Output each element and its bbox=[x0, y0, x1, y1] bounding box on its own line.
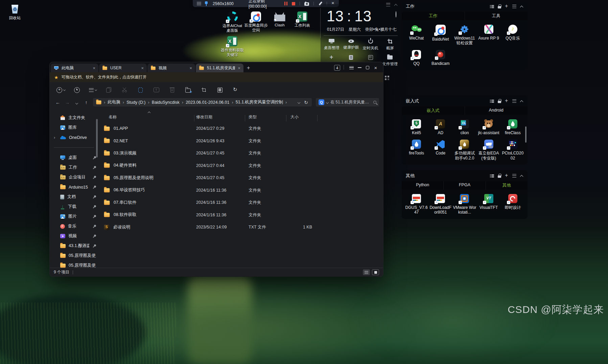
tab-close-icon[interactable]: × bbox=[189, 66, 192, 70]
bullet-list-icon[interactable] bbox=[490, 5, 494, 8]
sidebar-item-05.原理图及使用[interactable]: 05.原理图及使用 bbox=[50, 261, 98, 268]
app-clion[interactable]: ↗clion bbox=[453, 119, 476, 135]
refresh-button[interactable] bbox=[231, 85, 241, 95]
file-row[interactable]: 06.毕设答辩技巧2024/1/16 11:36文件夹 bbox=[98, 184, 383, 197]
sort-button[interactable] bbox=[88, 85, 98, 95]
app-Windows11轻松设置[interactable]: ↗Windows11轻松设置 bbox=[453, 25, 476, 46]
sidebar-item-下载[interactable]: 下载 bbox=[50, 202, 98, 212]
app-VisualTFT[interactable]: ↗VisualTFT bbox=[477, 194, 500, 215]
file-row[interactable]: 02.NET2024/1/26 9:43文件夹 bbox=[98, 135, 383, 147]
pin-icon[interactable] bbox=[205, 1, 208, 6]
cut-button[interactable] bbox=[119, 85, 130, 95]
explorer-tab[interactable]: 此电脑× bbox=[51, 64, 98, 72]
collapse-icon[interactable] bbox=[520, 174, 523, 177]
file-row[interactable]: 03.演示视频2024/1/27 0:45文件夹 bbox=[98, 147, 383, 160]
pause-icon[interactable] bbox=[284, 2, 287, 5]
sidebar-item-音乐[interactable]: 音乐 bbox=[50, 221, 98, 231]
sidebar-item-桌面[interactable]: 桌面 bbox=[50, 153, 98, 163]
sidebar-scrollbar[interactable] bbox=[96, 119, 98, 157]
column-header-修改日期[interactable]: 修改日期 bbox=[196, 114, 212, 120]
maximize-button[interactable] bbox=[364, 65, 372, 71]
column-header-大小[interactable]: 大小 bbox=[290, 114, 299, 120]
minimize-button[interactable] bbox=[355, 65, 364, 71]
file-row[interactable]: 必读说明2023/5/22 14:09TXT 文件1 KB bbox=[98, 221, 383, 234]
forward-icon[interactable]: → bbox=[63, 100, 71, 105]
panel-tab-其他[interactable]: 其他 bbox=[486, 181, 528, 190]
widget-action-截屏[interactable]: 截屏 bbox=[386, 39, 394, 51]
app-VMware Workstati...[interactable]: ↗VMware Workstati... bbox=[453, 194, 476, 215]
app-Bandicam[interactable]: ↗Bandicam bbox=[429, 50, 452, 66]
panel-tab-工作[interactable]: 工作 bbox=[402, 12, 465, 20]
app-多功能调试助手v0.2.0[interactable]: ↗多功能调试助手v0.2.0 bbox=[453, 140, 476, 161]
widget-action-健康护眼[interactable]: 健康护眼 bbox=[343, 39, 359, 51]
camera-icon[interactable] bbox=[304, 2, 309, 6]
new-folder-button[interactable] bbox=[183, 85, 193, 95]
breadcrumb[interactable]: ›此电脑›Study (D:)›BaiduSyncdisk›2023.06.01… bbox=[93, 98, 312, 106]
app-fireTools[interactable]: ↗fireTools bbox=[405, 140, 428, 161]
plus-icon[interactable] bbox=[505, 174, 509, 178]
sidebar-item-主文件夹[interactable]: 主文件夹 bbox=[50, 113, 98, 123]
column-header-名称[interactable]: 名称 bbox=[109, 114, 117, 120]
sidebar-item-工作[interactable]: 工作 bbox=[50, 163, 98, 172]
desktop-icon-baidu-sync[interactable]: ↗百度网盘同步空间 bbox=[243, 11, 269, 33]
close-button[interactable]: × bbox=[372, 65, 380, 71]
panel-tab-嵌入式[interactable]: 嵌入式 bbox=[402, 106, 465, 115]
file-row[interactable]: 04.硬件资料2024/1/27 0:44文件夹 bbox=[98, 160, 383, 172]
app-BaiduNet[interactable]: ↗BaiduNet bbox=[429, 25, 452, 46]
quick-open-tip-bar[interactable]: ★ 可拖动文档、软件、文件夹到此，点击快速打开 bbox=[50, 72, 383, 82]
new-item-button[interactable] bbox=[56, 85, 66, 95]
sidebar-item-Arduino15[interactable]: Arduino15 bbox=[50, 182, 98, 192]
app-DGUS_V7.647[interactable]: ↗DGUS_V7.647 bbox=[405, 194, 428, 215]
file-row[interactable]: 08.软件获取2024/1/16 11:36文件夹 bbox=[98, 209, 383, 221]
menu-icon[interactable] bbox=[512, 5, 516, 8]
weather-sun-icon[interactable] bbox=[396, 11, 396, 18]
search-input[interactable]: Q 在 51.1.机房变风量空... bbox=[316, 98, 379, 106]
explorer-tab[interactable]: USER× bbox=[99, 64, 147, 72]
sidebar-item-企业项目[interactable]: 企业项目 bbox=[50, 172, 98, 182]
explorer-tab[interactable]: 视频× bbox=[147, 64, 195, 72]
chevron-down-icon[interactable] bbox=[326, 101, 329, 103]
menu-icon[interactable] bbox=[512, 99, 516, 103]
up-icon[interactable]: ↑ bbox=[82, 100, 90, 105]
sidebar-item-05.原理图及使用[interactable]: 05.原理图及使用 bbox=[50, 251, 98, 261]
sidebar-item-43.1.酿酒监测[interactable]: 43.1.酿酒监测 bbox=[50, 241, 98, 251]
desktop-icon-component-info[interactable]: ↗器件资料获取关键字 bbox=[219, 36, 245, 57]
sidebar-item-图片[interactable]: 图片 bbox=[50, 212, 98, 221]
desktop-icon-aichat[interactable]: ↗边界AIChat桌面版 bbox=[219, 11, 245, 33]
sidebar-item-OneDrive[interactable]: ›OneDrive bbox=[50, 132, 98, 142]
delete-button[interactable] bbox=[167, 85, 177, 95]
layout-button[interactable] bbox=[215, 85, 225, 95]
app-WeChat[interactable]: ↗WeChat bbox=[405, 25, 428, 46]
menu-icon[interactable] bbox=[512, 174, 516, 177]
bullet-list-icon[interactable] bbox=[490, 99, 494, 103]
widget-action-文件管理[interactable]: 文件管理 bbox=[382, 55, 398, 67]
explorer-tab-active[interactable]: 51.1.机房变风量空× bbox=[196, 64, 243, 72]
widget-action-桌面整理[interactable]: 桌面整理 bbox=[324, 39, 340, 51]
bullet-list-icon[interactable] bbox=[490, 174, 494, 178]
tab-close-icon[interactable]: × bbox=[93, 66, 95, 70]
menu-icon[interactable] bbox=[197, 2, 201, 5]
new-tab-button[interactable]: + bbox=[247, 65, 250, 71]
sidebar-item-图库[interactable]: 图库 bbox=[50, 123, 98, 132]
panel-tab-Python[interactable]: Python bbox=[402, 181, 443, 190]
app-QQ音乐[interactable]: ↗QQ音乐 bbox=[501, 25, 524, 46]
lock-icon[interactable] bbox=[498, 4, 501, 8]
file-row[interactable]: 05.原理图及使用说明2024/1/27 0:45文件夹 bbox=[98, 172, 383, 184]
app-Keil5[interactable]: ↗Keil5 bbox=[405, 119, 428, 135]
search-badge-icon[interactable]: Q bbox=[319, 99, 324, 105]
breadcrumb-segment[interactable]: 2023.06.01-2024.06.01 bbox=[186, 100, 229, 105]
stop-icon[interactable] bbox=[292, 2, 295, 5]
copy-button[interactable] bbox=[103, 85, 114, 95]
paste-button[interactable] bbox=[135, 85, 145, 95]
collapse-icon[interactable] bbox=[520, 100, 523, 103]
breadcrumb-segment[interactable]: Study (D:) bbox=[126, 100, 145, 105]
app-jlc-assistant[interactable]: ↗jlc-assistant bbox=[477, 119, 500, 135]
list-view-button[interactable] bbox=[363, 269, 370, 275]
panel-scrollbar[interactable] bbox=[525, 126, 527, 143]
plus-icon[interactable] bbox=[505, 5, 509, 8]
widget-action-定时关机[interactable]: 定时关机 bbox=[363, 39, 378, 51]
app-Axure RP 9[interactable]: ↗Axure RP 9 bbox=[477, 25, 500, 46]
sidebar-item-文档[interactable]: 文档 bbox=[50, 192, 98, 202]
app-嘉立创EDA(专业版)[interactable]: ↗嘉立创EDA(专业版) bbox=[477, 140, 500, 161]
tab-close-icon[interactable]: × bbox=[141, 66, 144, 70]
